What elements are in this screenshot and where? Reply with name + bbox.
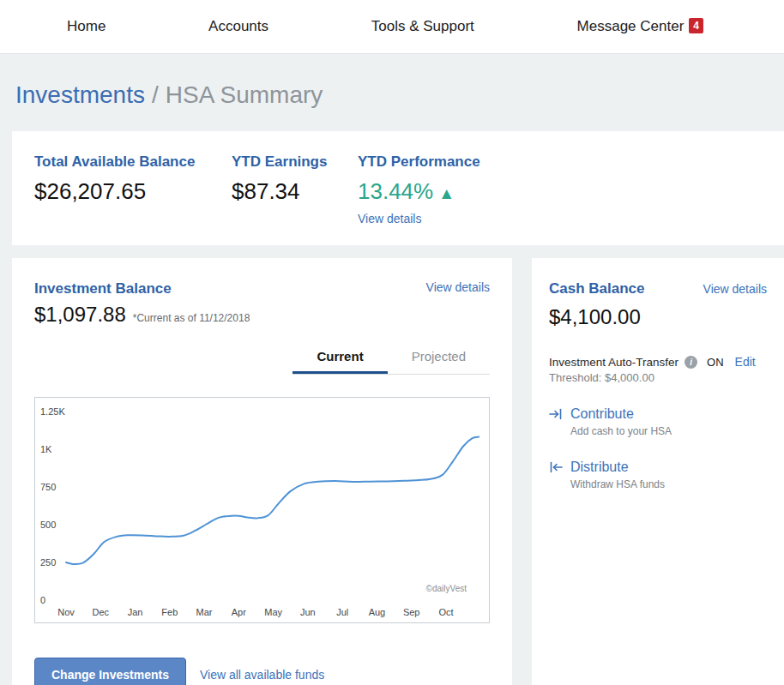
as-of-note: *Current as of 11/12/2018	[133, 312, 250, 324]
svg-text:Nov: Nov	[57, 607, 75, 617]
nav-item-accounts[interactable]: Accounts	[208, 18, 268, 35]
svg-text:May: May	[264, 607, 282, 617]
ytd-earnings-value: $87.34	[232, 178, 358, 205]
nav-item-home[interactable]: Home	[67, 18, 106, 35]
contribute-arrow-icon	[549, 407, 563, 421]
ytd-performance-value: 13.44%	[358, 178, 433, 204]
svg-text:Jul: Jul	[336, 607, 348, 617]
performance-view-details-link[interactable]: View details	[358, 212, 421, 225]
total-available-balance-label: Total Available Balance	[34, 153, 232, 171]
chart-tabs: Current Projected	[292, 340, 490, 375]
investment-balance-value: $1,097.88	[34, 303, 126, 327]
svg-text:Apr: Apr	[232, 607, 246, 617]
investment-chart-svg: 02505007501K1.25KNovDecJanFebMarAprMayJu…	[35, 398, 489, 622]
auto-transfer-threshold: Threshold: $4,000.00	[549, 371, 767, 384]
distribute-label: Distribute	[570, 460, 629, 475]
auto-transfer-status: ON	[707, 356, 724, 369]
breadcrumb: Investments/HSA Summary	[0, 54, 784, 131]
performance-up-icon: ▲	[438, 184, 455, 202]
ytd-performance-block: YTD Performance 13.44%▲ View details	[358, 153, 480, 226]
svg-text:Jan: Jan	[128, 607, 143, 617]
balance-summary-card: Total Available Balance $26,207.65 YTD E…	[12, 131, 784, 245]
contribute-link[interactable]: Contribute	[549, 406, 767, 422]
distribute-description: Withdraw HSA funds	[570, 478, 767, 490]
ytd-performance-label: YTD Performance	[358, 153, 480, 171]
distribute-arrow-icon	[549, 460, 563, 474]
distribute-action: Distribute Withdraw HSA funds	[549, 460, 767, 490]
contribute-label: Contribute	[570, 406, 634, 422]
change-investments-button[interactable]: Change Investments	[34, 658, 186, 685]
nav-item-message-center[interactable]: Message Center4	[577, 18, 703, 35]
investment-view-details-link[interactable]: View details	[426, 280, 490, 294]
view-all-funds-link[interactable]: View all available funds	[200, 668, 324, 682]
nav-item-tools-support[interactable]: Tools & Support	[371, 18, 474, 35]
svg-text:0: 0	[40, 595, 45, 605]
svg-text:Oct: Oct	[438, 607, 453, 617]
total-available-balance-block: Total Available Balance $26,207.65	[34, 153, 232, 226]
svg-text:1.25K: 1.25K	[40, 406, 65, 417]
investment-balance-title: Investment Balance	[34, 280, 172, 297]
investment-chart: 02505007501K1.25KNovDecJanFebMarAprMayJu…	[34, 397, 490, 623]
tab-projected[interactable]: Projected	[388, 340, 490, 374]
svg-text:750: 750	[40, 482, 56, 492]
svg-text:Mar: Mar	[196, 607, 213, 617]
svg-text:Jun: Jun	[300, 607, 316, 617]
svg-text:Sep: Sep	[403, 607, 420, 617]
svg-text:©dailyVest: ©dailyVest	[426, 584, 467, 593]
svg-text:Dec: Dec	[92, 607, 109, 617]
breadcrumb-separator: /	[152, 81, 159, 108]
contribute-description: Add cash to your HSA	[570, 425, 767, 437]
breadcrumb-investments-link[interactable]: Investments	[15, 81, 145, 108]
svg-text:Aug: Aug	[369, 607, 386, 617]
ytd-earnings-label: YTD Earnings	[232, 153, 358, 171]
cash-balance-value: $4,100.00	[549, 305, 767, 329]
auto-transfer-label: Investment Auto-Transfer	[549, 356, 678, 369]
distribute-link[interactable]: Distribute	[549, 460, 767, 475]
total-available-balance-value: $26,207.65	[34, 178, 232, 205]
cash-balance-title: Cash Balance	[549, 280, 645, 297]
svg-text:500: 500	[40, 520, 56, 530]
cash-balance-card: Cash Balance View details $4,100.00 Inve…	[532, 258, 784, 685]
page-title: HSA Summary	[166, 81, 323, 108]
contribute-action: Contribute Add cash to your HSA	[549, 406, 767, 437]
cash-view-details-link[interactable]: View details	[703, 282, 767, 296]
tab-current[interactable]: Current	[292, 340, 387, 374]
svg-text:Feb: Feb	[161, 607, 178, 617]
svg-text:250: 250	[40, 557, 56, 568]
nav-item-label: Message Center	[577, 18, 684, 34]
info-icon[interactable]: i	[684, 356, 697, 369]
svg-text:1K: 1K	[40, 444, 52, 454]
unread-count-badge: 4	[689, 18, 703, 33]
top-navigation: Home Accounts Tools & Support Message Ce…	[0, 0, 784, 54]
auto-transfer-edit-link[interactable]: Edit	[735, 355, 756, 369]
ytd-earnings-block: YTD Earnings $87.34	[232, 153, 358, 226]
investment-balance-card: Investment Balance View details $1,097.8…	[12, 258, 512, 685]
